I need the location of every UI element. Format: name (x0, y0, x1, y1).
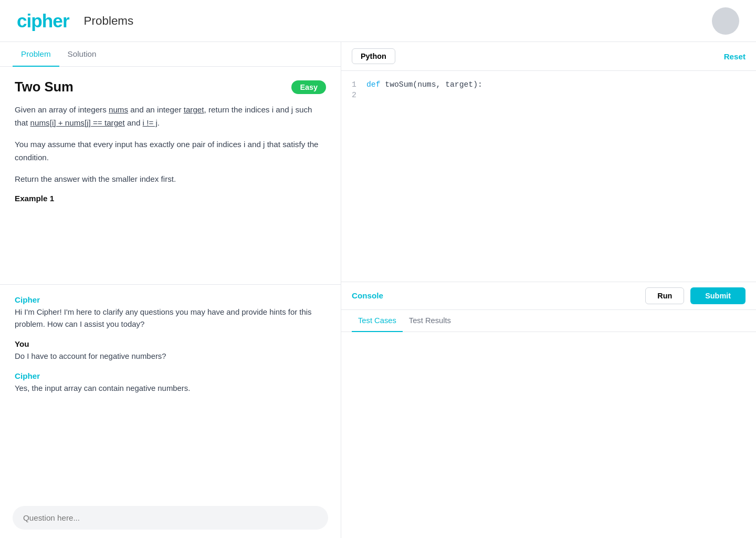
example-heading: Example 1 (15, 194, 326, 203)
header: cipher Problems (0, 0, 756, 42)
chat-text-1: Hi I'm Cipher! I'm here to clarify any q… (15, 306, 326, 332)
main-layout: Problem Solution Two Sum Easy Given an a… (0, 42, 756, 538)
problem-desc-1: Given an array of integers nums and an i… (15, 103, 326, 129)
problem-desc-2: You may assume that every input has exac… (15, 138, 326, 164)
difficulty-badge: Easy (291, 80, 326, 94)
left-panel: Problem Solution Two Sum Easy Given an a… (0, 42, 341, 538)
line-number-2: 2 (352, 91, 366, 99)
right-panel: Python Reset 1 def twoSum(nums, target):… (341, 42, 756, 538)
console-content (341, 332, 756, 539)
console-tabs: Test Cases Test Results (341, 310, 756, 332)
code-line-1: 1 def twoSum(nums, target): (341, 79, 756, 90)
run-button[interactable]: Run (645, 287, 684, 304)
line-code-1: def twoSum(nums, target): (366, 80, 482, 89)
line-number-1: 1 (352, 80, 366, 89)
submit-button[interactable]: Submit (690, 287, 746, 304)
editor-header: Python Reset (341, 42, 756, 71)
chat-area: Cipher Hi I'm Cipher! I'm here to clarif… (0, 285, 341, 498)
chat-sender-cipher-2: Cipher (15, 371, 326, 380)
problem-title: Two Sum (15, 79, 74, 95)
problem-tabs: Problem Solution (0, 42, 341, 67)
logo[interactable]: cipher (17, 11, 69, 32)
code-editor[interactable]: 1 def twoSum(nums, target): 2 (341, 71, 756, 282)
chat-message-3: Cipher Yes, the input array can contain … (15, 371, 326, 395)
console-bar: Console Run Submit (341, 282, 756, 310)
chat-sender-you: You (15, 339, 326, 348)
chat-message-2: You Do I have to account for negative nu… (15, 339, 326, 363)
problem-content: Two Sum Easy Given an array of integers … (0, 67, 341, 285)
reset-button[interactable]: Reset (724, 52, 746, 61)
tab-solution[interactable]: Solution (59, 42, 105, 67)
tab-test-cases[interactable]: Test Cases (352, 310, 403, 332)
chat-input[interactable] (13, 506, 328, 530)
language-selector[interactable]: Python (352, 48, 395, 64)
problem-desc-3: Return the answer with the smaller index… (15, 172, 326, 185)
tab-test-results[interactable]: Test Results (403, 310, 457, 332)
avatar[interactable] (712, 7, 739, 35)
chat-sender-cipher-1: Cipher (15, 295, 326, 304)
chat-input-area (0, 498, 341, 538)
chat-text-2: Do I have to account for negative number… (15, 350, 326, 363)
chat-message-1: Cipher Hi I'm Cipher! I'm here to clarif… (15, 295, 326, 332)
problem-header: Two Sum Easy (15, 79, 326, 95)
page-title: Problems (84, 14, 134, 28)
chat-text-3: Yes, the input array can contain negativ… (15, 382, 326, 395)
console-label: Console (352, 291, 383, 300)
console-actions: Run Submit (645, 287, 746, 304)
tab-problem[interactable]: Problem (13, 42, 59, 67)
code-line-2: 2 (341, 90, 756, 100)
